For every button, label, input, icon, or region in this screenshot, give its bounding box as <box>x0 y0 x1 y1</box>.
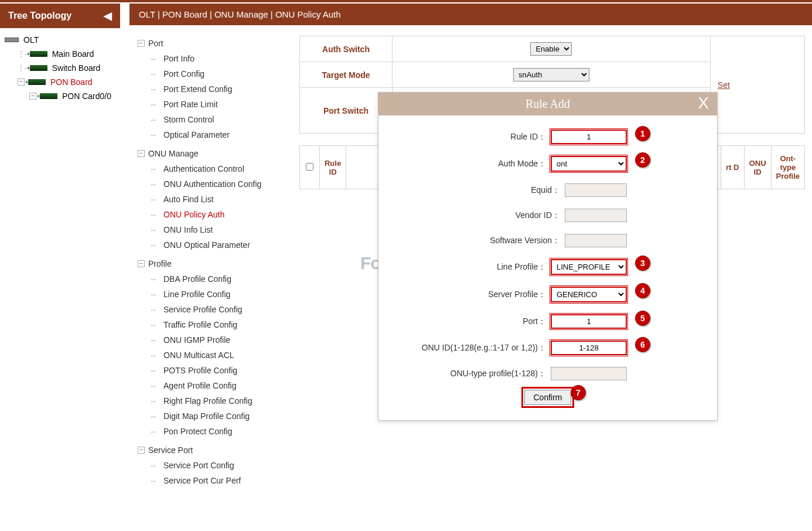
callout-badge: 5 <box>635 311 650 326</box>
nav-item-agent-profile[interactable]: Agent Profile Config <box>138 378 282 393</box>
nav-group-header[interactable]: − Service Port <box>138 442 282 458</box>
group-collapse-icon[interactable]: − <box>138 447 145 454</box>
onu-id-input[interactable] <box>551 341 627 355</box>
nav-item-onu-info-list[interactable]: ONU Info List <box>138 222 282 237</box>
row-rule-id: Rule ID： 1 <box>393 124 703 150</box>
group-label: Service Port <box>148 445 193 455</box>
callout-badge: 7 <box>571 385 586 400</box>
server-profile-select[interactable]: GENERICO <box>551 287 627 302</box>
row-server-profile: Server Profile： GENERICO 4 <box>393 281 703 308</box>
port-input[interactable] <box>551 314 627 329</box>
auth-mode-select[interactable]: ont <box>551 156 627 172</box>
rule-id-label: Rule ID： <box>510 132 546 142</box>
tree-label: PON Card0/0 <box>62 91 111 101</box>
nav-item-service-port-config[interactable]: Service Port Config <box>138 458 282 473</box>
select-all-checkbox[interactable] <box>306 163 313 171</box>
line-profile-label: Line Profile： <box>497 262 546 273</box>
middle-nav[interactable]: − Port Port Info Port Config Port Extend… <box>129 25 288 523</box>
tree-item-olt[interactable]: OLT <box>4 33 117 47</box>
nav-item-pots-profile[interactable]: POTS Profile Config <box>138 363 282 378</box>
target-mode-label: Target Mode <box>300 62 393 88</box>
nav-group-onu-manage: − ONU Manage Authentication Control ONU … <box>138 146 282 253</box>
equid-input <box>565 183 627 197</box>
board-icon <box>40 93 57 99</box>
tree-item-switch-board[interactable]: ⋮– Switch Board <box>4 61 117 75</box>
group-collapse-icon[interactable]: − <box>138 150 145 157</box>
line-profile-select[interactable]: LINE_PROFILE <box>551 259 627 275</box>
nav-group-port: − Port Port Info Port Config Port Extend… <box>138 36 282 142</box>
callout-badge: 4 <box>635 283 650 298</box>
nav-item-optical-parameter[interactable]: Optical Parameter <box>138 127 282 142</box>
callout-badge: 6 <box>635 337 650 352</box>
nav-item-onu-optical-parameter[interactable]: ONU Optical Parameter <box>138 237 282 253</box>
board-icon <box>30 65 47 71</box>
rule-id-input[interactable] <box>551 130 627 144</box>
close-icon[interactable]: X <box>698 94 709 113</box>
row-vendor-id: Vendor ID： <box>393 203 703 228</box>
group-label: Profile <box>148 259 172 268</box>
nav-group-header[interactable]: − Port <box>138 36 282 51</box>
tree-collapse-icon[interactable]: − <box>18 79 25 86</box>
nav-item-service-profile[interactable]: Service Profile Config <box>138 302 282 317</box>
confirm-button[interactable]: Confirm <box>524 390 571 405</box>
nav-item-traffic-profile[interactable]: Traffic Profile Config <box>138 317 282 332</box>
nav-item-right-flag-profile[interactable]: Right Flag Profile Config <box>138 393 282 409</box>
nav-item-service-port-cur-perf[interactable]: Service Port Cur Perf <box>138 473 282 488</box>
row-onu-id: ONU ID(1-128(e.g.:1-17 or 1,2))： 6 <box>393 335 703 361</box>
tree-label: Main Board <box>52 49 94 59</box>
group-collapse-icon[interactable]: − <box>138 40 145 47</box>
tree-label: Switch Board <box>52 63 100 73</box>
modal-body: Rule ID： 1 Auth Mode： ont 2 Equid： Vendo… <box>378 115 717 420</box>
tree-collapse-icon[interactable]: − <box>29 93 36 100</box>
onu-id-label: ONU ID(1-128(e.g.:1-17 or 1,2))： <box>422 343 546 353</box>
nav-group-header[interactable]: − Profile <box>138 256 282 271</box>
row-port: Port： 5 <box>393 308 703 335</box>
collapse-sidebar-icon[interactable]: ◀ <box>104 9 112 22</box>
nav-item-dba-profile[interactable]: DBA Profile Config <box>138 271 282 287</box>
nav-item-storm-control[interactable]: Storm Control <box>138 112 282 127</box>
tree-label: OLT <box>23 35 39 45</box>
port-label: Port： <box>523 316 546 327</box>
nav-item-onu-policy-auth[interactable]: ONU Policy Auth <box>138 207 282 222</box>
nav-item-auto-find-list[interactable]: Auto Find List <box>138 192 282 207</box>
nav-item-auth-control[interactable]: Authentication Control <box>138 161 282 176</box>
vendor-id-input <box>565 209 627 222</box>
nav-group-header[interactable]: − ONU Manage <box>138 146 282 161</box>
callout-badge: 2 <box>635 152 650 168</box>
nav-item-port-config[interactable]: Port Config <box>138 66 282 81</box>
software-version-input <box>565 234 627 247</box>
nav-item-port-info[interactable]: Port Info <box>138 51 282 66</box>
vendor-id-label: Vendor ID： <box>516 210 560 221</box>
nav-item-port-extend-config[interactable]: Port Extend Config <box>138 81 282 97</box>
auth-mode-label: Auth Mode： <box>498 159 546 169</box>
nav-item-onu-igmp-profile[interactable]: ONU IGMP Profile <box>138 332 282 348</box>
nav-item-port-rate-limit[interactable]: Port Rate Limit <box>138 97 282 112</box>
board-icon <box>28 79 46 85</box>
set-link[interactable]: Set <box>710 36 804 134</box>
nav-item-line-profile[interactable]: Line Profile Config <box>138 287 282 302</box>
tree-item-main-board[interactable]: ⋮– Main Board <box>4 47 117 61</box>
tree-item-pon-card[interactable]: − PON Card0/0 <box>4 89 117 103</box>
breadcrumb: OLT | PON Board | ONU Manage | ONU Polic… <box>129 4 812 25</box>
target-mode-select[interactable]: snAuth <box>513 68 589 81</box>
sidebar: Tree Topology ◀ OLT ⋮– Main Board ⋮– Swi… <box>0 4 120 531</box>
olt-icon <box>5 38 19 42</box>
equid-label: Equid： <box>531 185 560 196</box>
select-all-header <box>300 146 320 189</box>
group-collapse-icon[interactable]: − <box>138 260 145 267</box>
nav-item-pon-protect[interactable]: Pon Protect Config <box>138 424 282 439</box>
auth-switch-cell: Enable <box>393 36 711 62</box>
nav-group-service-port: − Service Port Service Port Config Servi… <box>138 442 282 488</box>
col-rt-d: rt D <box>721 146 744 189</box>
col-onu-id: ONU ID <box>744 146 771 189</box>
auth-switch-select[interactable]: Enable <box>530 42 572 56</box>
tree-label: PON Board <box>50 77 93 87</box>
board-icon <box>30 51 47 57</box>
nav-item-onu-multicast-acl[interactable]: ONU Multicast ACL <box>138 348 282 363</box>
tree-topology: OLT ⋮– Main Board ⋮– Switch Board − PON … <box>0 28 120 108</box>
col-rule-id: Rule ID <box>319 146 346 189</box>
nav-item-digit-map-profile[interactable]: Digit Map Profile Config <box>138 409 282 424</box>
nav-item-onu-auth-config[interactable]: ONU Authentication Config <box>138 176 282 192</box>
nav-group-profile: − Profile DBA Profile Config Line Profil… <box>138 256 282 439</box>
tree-item-pon-board[interactable]: − PON Board <box>4 75 117 89</box>
